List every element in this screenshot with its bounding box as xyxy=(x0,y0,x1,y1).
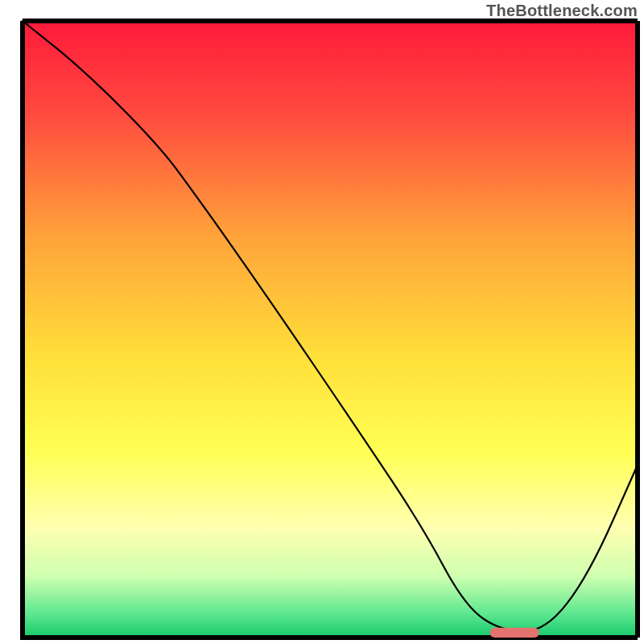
bottleneck-chart xyxy=(0,0,644,644)
plot-background xyxy=(23,21,638,638)
chart-svg xyxy=(0,0,644,644)
watermark-label: TheBottleneck.com xyxy=(486,2,638,20)
marker-optimal-range xyxy=(490,628,539,638)
